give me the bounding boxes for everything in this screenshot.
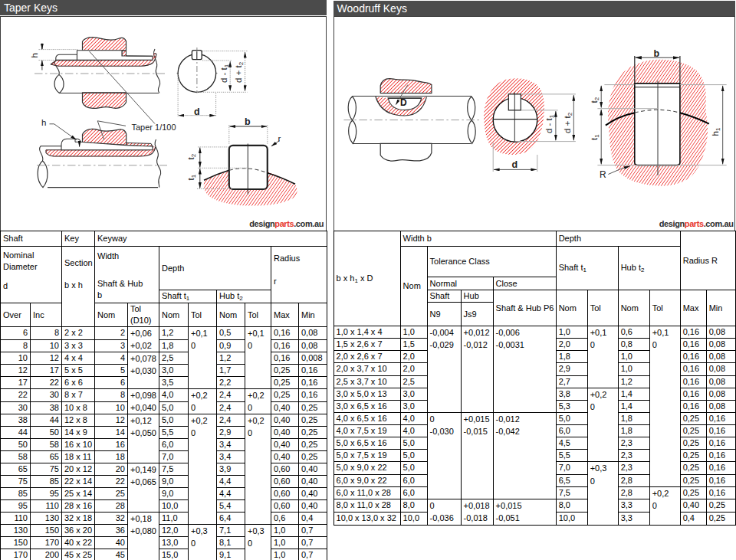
svg-text:d: d <box>194 106 200 117</box>
svg-text:r: r <box>278 134 281 143</box>
svg-text:R: R <box>599 169 606 180</box>
svg-text:Taper 1/100: Taper 1/100 <box>132 123 176 132</box>
svg-text:t1: t1 <box>186 174 197 180</box>
svg-text:h1: h1 <box>711 127 721 136</box>
svg-text:t2: t2 <box>186 153 197 159</box>
svg-text:d + t2: d + t2 <box>562 112 573 133</box>
svg-text:d - t1: d - t1 <box>544 114 555 133</box>
svg-text:h: h <box>41 118 46 127</box>
svg-text:D: D <box>399 97 406 108</box>
svg-text:b: b <box>653 48 659 59</box>
svg-text:h: h <box>30 53 39 57</box>
svg-text:d + t2: d + t2 <box>234 61 245 83</box>
svg-text:d: d <box>511 159 518 170</box>
svg-text:b: b <box>245 116 251 127</box>
svg-text:d - t1: d - t1 <box>219 64 230 83</box>
svg-text:t2: t2 <box>589 97 600 103</box>
svg-text:t1: t1 <box>589 134 600 140</box>
